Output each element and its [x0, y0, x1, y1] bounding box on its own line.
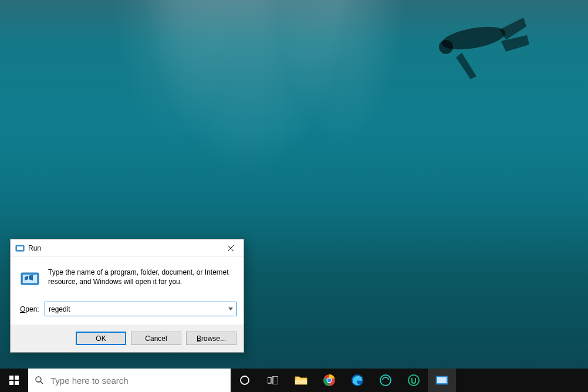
- dialog-body: Type the name of a program, folder, docu…: [11, 257, 244, 325]
- chrome-icon: [323, 374, 336, 387]
- svg-line-9: [40, 381, 43, 384]
- svg-point-10: [241, 376, 249, 384]
- close-icon: [228, 245, 234, 251]
- cortana-button[interactable]: [231, 369, 259, 392]
- svg-point-19: [408, 375, 419, 386]
- taskbar: Type here to search: [0, 369, 588, 392]
- dialog-button-row: OK Cancel Browse...: [11, 325, 244, 352]
- taskbar-search[interactable]: Type here to search: [28, 369, 231, 392]
- svg-rect-12: [273, 376, 278, 384]
- dialog-description: Type the name of a program, folder, docu…: [48, 268, 236, 286]
- u-circle-icon: [407, 374, 420, 387]
- taskbar-app-circle-teal[interactable]: [371, 369, 400, 392]
- svg-point-18: [380, 375, 391, 386]
- svg-rect-3: [17, 246, 23, 250]
- cancel-button[interactable]: Cancel: [131, 332, 181, 345]
- search-placeholder: Type here to search: [50, 376, 129, 386]
- dialog-title: Run: [28, 244, 217, 252]
- open-combobox[interactable]: [45, 302, 236, 316]
- ok-button[interactable]: OK: [76, 332, 126, 345]
- task-view-icon: [268, 376, 278, 384]
- svg-rect-13: [295, 380, 307, 384]
- cortana-icon: [239, 375, 250, 386]
- taskbar-app-edge[interactable]: [343, 369, 371, 392]
- close-button[interactable]: [217, 239, 244, 256]
- start-button[interactable]: [0, 369, 28, 392]
- open-dropdown-button[interactable]: [225, 302, 236, 316]
- open-input[interactable]: [45, 302, 225, 316]
- titlebar[interactable]: Run: [11, 239, 244, 257]
- svg-point-1: [439, 40, 453, 54]
- run-titlebar-icon: [15, 244, 25, 253]
- svg-rect-11: [268, 377, 271, 383]
- folder-icon: [295, 375, 307, 386]
- desktop-wallpaper: Run Type the name of a progr: [0, 0, 588, 369]
- svg-rect-21: [437, 377, 447, 383]
- chevron-down-icon: [228, 307, 233, 310]
- run-app-icon: [20, 269, 40, 289]
- svg-point-16: [327, 379, 332, 383]
- svg-point-0: [440, 23, 507, 54]
- open-label: Open:: [20, 305, 45, 313]
- browse-button[interactable]: Browse...: [186, 332, 236, 345]
- run-dialog: Run Type the name of a progr: [10, 239, 244, 353]
- circle-ring-icon: [379, 374, 392, 387]
- task-view-button[interactable]: [259, 369, 287, 392]
- svg-point-8: [36, 377, 41, 382]
- run-dialog-icon: [435, 376, 448, 385]
- taskbar-app-chrome[interactable]: [315, 369, 343, 392]
- search-icon: [28, 376, 50, 385]
- taskbar-app-file-explorer[interactable]: [287, 369, 315, 392]
- wallpaper-swimmer: [424, 12, 547, 88]
- taskbar-app-circle-u[interactable]: [400, 369, 428, 392]
- edge-icon: [351, 374, 364, 387]
- taskbar-app-run-active[interactable]: [428, 369, 456, 392]
- windows-logo-icon: [9, 376, 19, 385]
